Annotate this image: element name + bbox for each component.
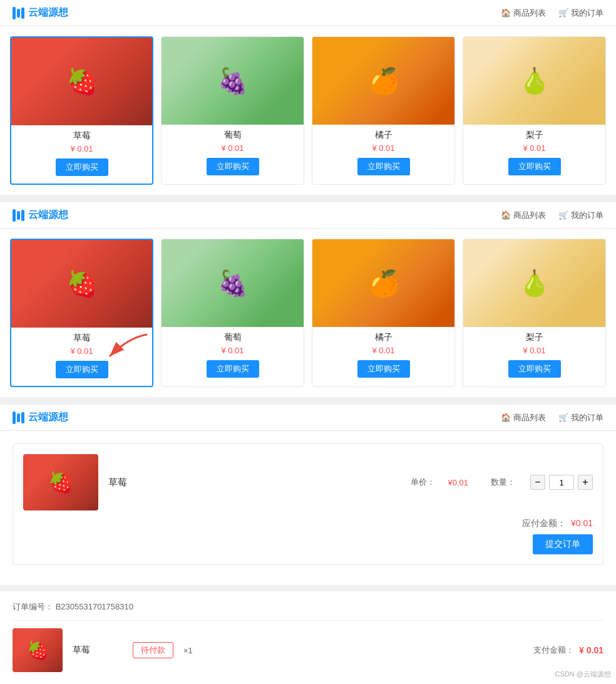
nav-product-list-label-2: 商品列表 xyxy=(513,210,546,221)
buy-btn-2-2[interactable]: 立即购买 xyxy=(207,360,259,378)
nav-my-order-1[interactable]: 🛒 我的订单 xyxy=(558,8,603,19)
home-icon-3: 🏠 xyxy=(501,413,511,422)
pay-amount: ¥ 0.01 xyxy=(579,645,603,655)
product-name-1-2: 葡萄 xyxy=(162,130,304,141)
product-name-2-3: 橘子 xyxy=(312,332,454,343)
home-icon-2: 🏠 xyxy=(501,210,511,220)
logo-icon-1 xyxy=(13,7,24,19)
nav-product-list-label-1: 商品列表 xyxy=(513,8,546,19)
product-card-2-3[interactable]: 🍊 橘子 ¥ 0.01 立即购买 xyxy=(312,239,455,387)
product-card-2-1[interactable]: 🍓 草莓 ¥ 0.01 立即购买 xyxy=(10,239,153,387)
submit-order-btn[interactable]: 提交订单 xyxy=(533,534,593,554)
cart-icon-3: 🛒 xyxy=(558,413,568,422)
product-name-2-4: 梨子 xyxy=(463,332,605,343)
qty-decrease-btn[interactable]: − xyxy=(530,475,545,490)
pay-info: 支付金额： ¥ 0.01 xyxy=(533,645,603,656)
order-form-card: 🍓 草莓 单价： ¥0.01 数量： − + 应付金额： ¥0.01 提交订单 xyxy=(13,443,603,565)
order-no-row: 订单编号： B2305531701758310 xyxy=(13,601,603,613)
product-grid-1: 🍓 草莓 ¥ 0.01 立即购买 🍇 葡萄 ¥ 0.01 立即购买 🍊 橘子 ¥… xyxy=(0,26,616,195)
cart-icon-1: 🛒 xyxy=(558,8,568,18)
header-3: 云端源想 🏠 商品列表 🛒 我的订单 xyxy=(0,405,616,431)
buy-btn-2-3[interactable]: 立即购买 xyxy=(357,360,410,378)
nav-my-order-3[interactable]: 🛒 我的订单 xyxy=(558,412,603,423)
total-label: 应付金额： xyxy=(522,518,566,528)
logo-text-1: 云端源想 xyxy=(28,6,68,19)
order-form-img: 🍓 xyxy=(23,454,98,510)
cart-icon-2: 🛒 xyxy=(558,210,568,220)
nav-product-list-label-3: 商品列表 xyxy=(513,412,546,423)
qty-control: − + xyxy=(530,475,593,490)
buy-btn-2-4[interactable]: 立即购买 xyxy=(508,360,561,378)
product-name-2-2: 葡萄 xyxy=(162,332,304,343)
product-price-2-1: ¥ 0.01 xyxy=(11,346,152,356)
nav-product-list-2[interactable]: 🏠 商品列表 xyxy=(501,210,546,221)
buy-btn-1-4[interactable]: 立即购买 xyxy=(508,158,561,175)
nav-product-list-1[interactable]: 🏠 商品列表 xyxy=(501,8,546,19)
logo-stripe-3 xyxy=(21,8,24,19)
product-img-1-2: 🍇 xyxy=(162,37,304,125)
product-img-1-1: 🍓 xyxy=(11,38,152,125)
product-img-2-2: 🍇 xyxy=(162,239,304,327)
logo-stripe-9 xyxy=(21,412,24,423)
logo-stripe-2 xyxy=(17,9,20,18)
nav-my-order-label-2: 我的订单 xyxy=(571,210,603,221)
product-price-2-4: ¥ 0.01 xyxy=(463,346,605,355)
unit-price-label: 单价： xyxy=(411,477,435,488)
order-no-label: 订单编号： xyxy=(13,602,53,611)
logo-icon-2 xyxy=(13,209,24,222)
buy-btn-2-1[interactable]: 立即购买 xyxy=(56,361,108,378)
logo-icon-3 xyxy=(13,412,24,424)
product-img-1-3: 🍊 xyxy=(312,37,454,125)
section-1-wrapper: 云端源想 🏠 商品列表 🛒 我的订单 🍓 草莓 ¥ 0.01 立即购买 🍇 葡萄… xyxy=(0,0,616,195)
product-card-1-3[interactable]: 🍊 橘子 ¥ 0.01 立即购买 xyxy=(312,36,455,185)
product-img-2-1: 🍓 xyxy=(11,240,152,328)
nav-product-list-3[interactable]: 🏠 商品列表 xyxy=(501,412,546,423)
product-price-2-2: ¥ 0.01 xyxy=(162,346,304,355)
product-name-1-4: 梨子 xyxy=(463,130,605,141)
product-card-1-4[interactable]: 🍐 梨子 ¥ 0.01 立即购买 xyxy=(463,36,606,185)
logo-stripe-8 xyxy=(17,413,20,422)
buy-btn-1-2[interactable]: 立即购买 xyxy=(207,158,259,175)
section-3-wrapper: 云端源想 🏠 商品列表 🛒 我的订单 🍓 草莓 单价： ¥0.01 数量： − xyxy=(0,405,616,585)
product-price-1-1: ¥ 0.01 xyxy=(11,144,152,153)
header-1: 云端源想 🏠 商品列表 🛒 我的订单 xyxy=(0,0,616,26)
logo-stripe-7 xyxy=(13,412,16,424)
order-list-item: 🍓 草莓 待付款 ×1 支付金额： ¥ 0.01 xyxy=(13,620,603,680)
logo-stripe-1 xyxy=(13,7,16,19)
unit-price-value: ¥0.01 xyxy=(448,478,468,487)
order-status-badge: 待付款 xyxy=(133,642,173,658)
product-card-1-1[interactable]: 🍓 草莓 ¥ 0.01 立即购买 xyxy=(10,36,153,185)
qty-increase-btn[interactable]: + xyxy=(578,475,593,490)
qty-input[interactable] xyxy=(549,475,574,490)
product-img-2-4: 🍐 xyxy=(463,239,605,327)
buy-btn-1-1[interactable]: 立即购买 xyxy=(56,158,108,176)
product-price-2-3: ¥ 0.01 xyxy=(312,346,454,355)
nav-right-2: 🏠 商品列表 🛒 我的订单 xyxy=(501,210,603,221)
submit-row: 提交订单 xyxy=(23,529,593,554)
product-card-1-2[interactable]: 🍇 葡萄 ¥ 0.01 立即购买 xyxy=(161,36,304,185)
product-img-1-4: 🍐 xyxy=(463,37,605,125)
qty-label: 数量： xyxy=(491,477,515,488)
total-amount: ¥0.01 xyxy=(571,518,593,528)
nav-my-order-label-1: 我的订单 xyxy=(571,8,603,19)
product-price-1-3: ¥ 0.01 xyxy=(312,143,454,153)
order-no-value: B2305531701758310 xyxy=(56,602,133,611)
nav-my-order-label-3: 我的订单 xyxy=(571,412,603,423)
product-name-2-1: 草莓 xyxy=(11,333,152,344)
logo-2: 云端源想 xyxy=(13,209,68,222)
logo-stripe-6 xyxy=(21,210,24,221)
product-card-2-2[interactable]: 🍇 葡萄 ¥ 0.01 立即购买 xyxy=(161,239,304,387)
section-2-wrapper: 云端源想 🏠 商品列表 🛒 我的订单 🍓 草莓 ¥ 0.01 立即购买 🍇 葡萄… xyxy=(0,202,616,397)
section-4-wrapper: 订单编号： B2305531701758310 🍓 草莓 待付款 ×1 支付金额… xyxy=(0,591,616,684)
product-name-1-1: 草莓 xyxy=(11,130,152,142)
order-form-product-name: 草莓 xyxy=(108,477,401,489)
buy-btn-1-3[interactable]: 立即购买 xyxy=(357,158,410,175)
order-item-row: 🍓 草莓 单价： ¥0.01 数量： − + xyxy=(23,454,593,510)
order-total-row: 应付金额： ¥0.01 xyxy=(23,518,593,529)
logo-3: 云端源想 xyxy=(13,411,68,424)
watermark: CSDN @云端源想 xyxy=(555,670,611,679)
logo-stripe-4 xyxy=(13,209,16,222)
product-img-2-3: 🍊 xyxy=(312,239,454,327)
product-card-2-4[interactable]: 🍐 梨子 ¥ 0.01 立即购买 xyxy=(463,239,606,387)
nav-my-order-2[interactable]: 🛒 我的订单 xyxy=(558,210,603,221)
